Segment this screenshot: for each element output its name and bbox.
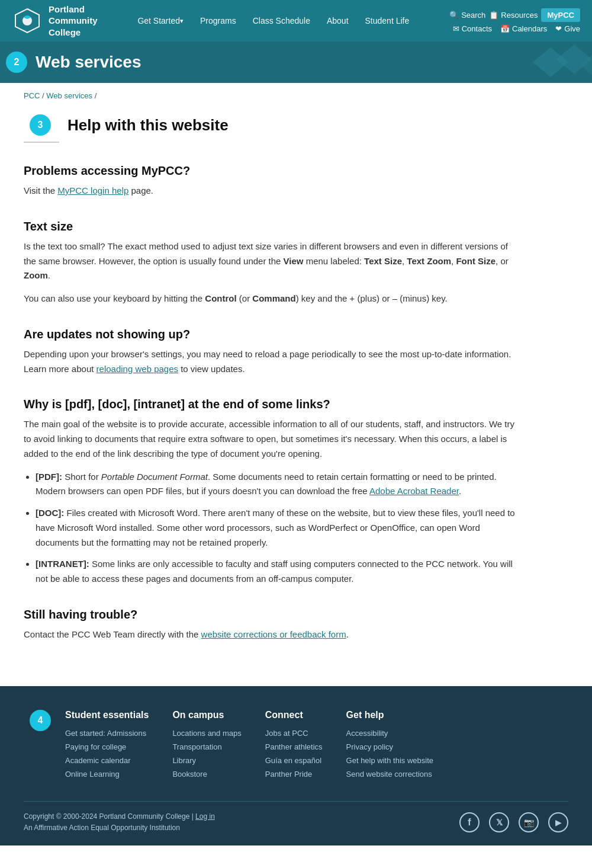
main-nav: Get Started Programs Class Schedule Abou…: [129, 0, 417, 41]
file-type-list: [PDF]: Short for Portable Document Forma…: [36, 470, 521, 587]
footer-col-student-essentials: Student essentials Get started: Admissio…: [65, 710, 149, 783]
list-item-intranet: [INTRANET]: Some links are only accessib…: [36, 557, 521, 587]
footer-link-paying[interactable]: Paying for college: [65, 742, 149, 751]
facebook-icon[interactable]: f: [459, 812, 480, 832]
instagram-icon[interactable]: 📷: [519, 812, 539, 832]
footer-link-admissions[interactable]: Get started: Admissions: [65, 729, 149, 738]
footer-link-bookstore[interactable]: Bookstore: [172, 770, 241, 779]
login-link[interactable]: Log in: [195, 812, 215, 821]
mypcc-para: Visit the MyPCC login help page.: [24, 184, 521, 198]
footer-bottom: Copyright © 2000-2024 Portland Community…: [24, 801, 568, 834]
give-link[interactable]: ❤ Give: [555, 24, 580, 33]
logo-text: Portland Community College: [49, 4, 98, 39]
nav-about[interactable]: About: [318, 0, 357, 41]
footer-col-on-campus: On campus Locations and maps Transportat…: [172, 710, 241, 783]
footer-link-get-help-site[interactable]: Get help with this website: [346, 756, 433, 765]
footer-col-get-help: Get help Accessibility Privacy policy Ge…: [346, 710, 433, 783]
updates-para: Depending upon your browser's settings, …: [24, 347, 521, 377]
breadcrumb-pcc[interactable]: PCC: [24, 91, 40, 100]
footer-col-connect: Connect Jobs at PCC Panther athletics Gu…: [265, 710, 323, 783]
footer-link-accessibility[interactable]: Accessibility: [346, 729, 433, 738]
footer-link-panther-pride[interactable]: Panther Pride: [265, 770, 323, 779]
page-banner-title: Web services: [36, 53, 141, 72]
social-icons: f 𝕏 📷 ▶: [459, 812, 568, 832]
main-content: 3 Help with this website Problems access…: [0, 108, 545, 686]
footer-link-jobs[interactable]: Jobs at PCC: [265, 729, 323, 738]
header-utilities: 🔍 Search 📋 Resources MyPCC ✉ Contacts 📅 …: [449, 8, 580, 33]
footer-heading-get-help: Get help: [346, 710, 433, 720]
copyright-text: Copyright © 2000-2024 Portland Community…: [24, 812, 195, 821]
section-heading-mypcc: Problems accessing MyPCC?: [24, 164, 521, 178]
step-indicator-4: 4: [30, 710, 51, 731]
text-size-para-2: You can also use your keyboard by hittin…: [24, 292, 521, 306]
calendars-link[interactable]: 📅 Calendars: [500, 24, 547, 33]
search-link[interactable]: 🔍 Search: [449, 11, 485, 20]
footer-link-library[interactable]: Library: [172, 756, 241, 765]
text-size-para-1: Is the text too small? The exact method …: [24, 239, 521, 283]
footer-link-athletics[interactable]: Panther athletics: [265, 742, 323, 751]
page-banner: 2 Web services: [0, 41, 592, 83]
footer-copyright-area: Copyright © 2000-2024 Portland Community…: [24, 811, 215, 834]
footer-link-academic-calendar[interactable]: Academic calendar: [65, 756, 149, 765]
mypcc-login-help-link[interactable]: MyPCC login help: [57, 185, 128, 196]
list-item-doc: [DOC]: Files created with Microsoft Word…: [36, 506, 521, 550]
trouble-para: Contact the PCC Web Team directly with t…: [24, 627, 521, 642]
nav-class-schedule[interactable]: Class Schedule: [244, 0, 318, 41]
youtube-icon[interactable]: ▶: [548, 812, 568, 832]
footer-columns: Student essentials Get started: Admissio…: [65, 710, 568, 783]
footer-link-privacy[interactable]: Privacy policy: [346, 742, 433, 751]
contacts-link[interactable]: ✉ Contacts: [453, 24, 492, 33]
footer-heading-on-campus: On campus: [172, 710, 241, 720]
step-indicator-2: 2: [6, 52, 27, 73]
breadcrumb: PCC / Web services /: [0, 83, 592, 108]
section-heading-text-size: Text size: [24, 220, 521, 233]
section-heading-updates: Are updates not showing up?: [24, 328, 521, 341]
twitter-x-icon[interactable]: 𝕏: [489, 812, 509, 832]
footer-link-corrections[interactable]: Send website corrections: [346, 770, 433, 779]
footer-link-online-learning[interactable]: Online Learning: [65, 770, 149, 779]
list-item-pdf: [PDF]: Short for Portable Document Forma…: [36, 470, 521, 499]
links-para: The main goal of the website is to provi…: [24, 417, 521, 461]
footer-link-locations[interactable]: Locations and maps: [172, 729, 241, 738]
section-heading-trouble: Still having trouble?: [24, 608, 521, 622]
nav-get-started[interactable]: Get Started: [129, 0, 192, 41]
footer-heading-connect: Connect: [265, 710, 323, 720]
breadcrumb-web-services[interactable]: Web services: [46, 91, 92, 100]
reloading-link[interactable]: reloading web pages: [96, 364, 178, 374]
site-header: Portland Community College Get Started P…: [0, 0, 592, 41]
feedback-form-link[interactable]: website corrections or feedback form: [201, 629, 346, 639]
section-heading-links: Why is [pdf], [doc], [intranet] at the e…: [24, 398, 521, 411]
title-divider: [24, 142, 59, 143]
step-indicator-3: 3: [30, 114, 51, 136]
footer-link-espanol[interactable]: Guía en español: [265, 756, 323, 765]
mypcc-button[interactable]: MyPCC: [541, 8, 580, 22]
footer-link-transportation[interactable]: Transportation: [172, 742, 241, 751]
footer-heading-student-essentials: Student essentials: [65, 710, 149, 720]
nav-programs[interactable]: Programs: [192, 0, 244, 41]
logo[interactable]: Portland Community College: [12, 4, 98, 39]
resources-link[interactable]: 📋 Resources: [489, 11, 538, 20]
acrobat-reader-link[interactable]: Adobe Acrobat Reader: [369, 486, 459, 496]
nav-student-life[interactable]: Student Life: [357, 0, 418, 41]
affirmative-text: An Affirmative Action Equal Opportunity …: [24, 824, 180, 832]
page-title: Help with this website: [67, 116, 229, 134]
site-footer: 4 Student essentials Get started: Admiss…: [0, 686, 592, 845]
